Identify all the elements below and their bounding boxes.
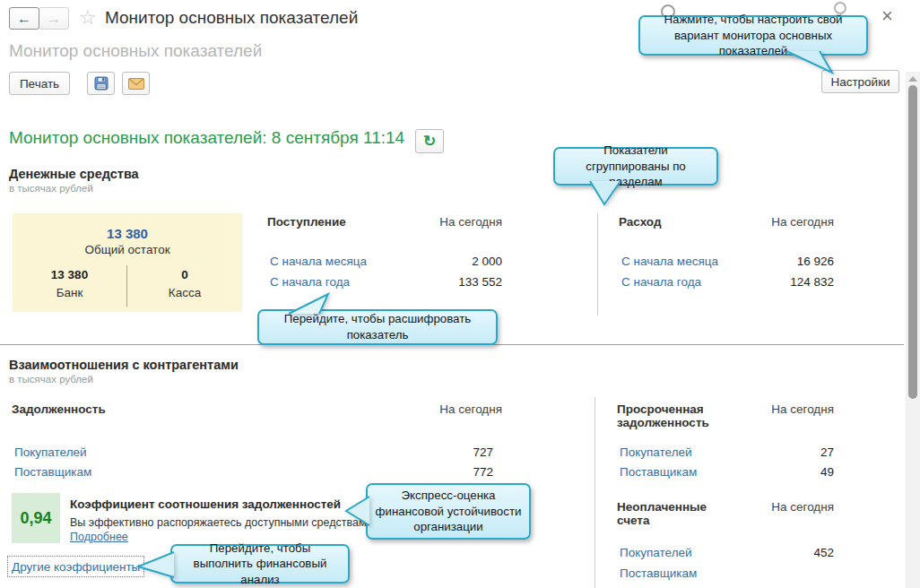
expense-column-header: На сегодня [771,215,834,229]
unpaid-title: Неоплаченные счета [617,500,742,527]
save-button[interactable] [87,72,115,95]
table-row: Поставщикам 772 [12,465,502,479]
expense-month-link[interactable]: С начала месяца [619,255,718,268]
table-row: Покупателей 452 [617,546,834,559]
other-coefficients-label: Другие коэффициенты [12,560,140,574]
table-row: С начала года 133 552 [267,275,502,289]
refresh-icon: ↻ [423,132,436,151]
ratio-value: 0,94 [20,509,51,528]
relations-section-units: в тысячах рублей [9,374,93,385]
scrollbar-thumb[interactable] [908,85,917,399]
form-subtitle: Монитор основных показателей [9,41,262,61]
bank-value: 13 380 [13,268,126,281]
grouping-tooltip-tail [581,179,626,208]
overdue-block: Просроченная задолженность На сегодня По… [617,402,834,488]
envelope-icon [128,78,144,90]
expense-month-value: 16 926 [797,255,834,268]
income-column-header: На сегодня [439,215,502,229]
ratio-description: Вы эффективно распоряжаетесь доступными … [70,516,376,529]
expense-title: Расход [619,215,661,229]
overdue-suppliers-link[interactable]: Поставщикам [617,465,697,479]
unpaid-block: Неоплаченные счета На сегодня Покупателе… [617,500,834,588]
table-row: Покупателей 27 [617,445,834,459]
debt-title: Задолженность [12,402,106,416]
table-row: С начала месяца 16 926 [619,255,834,268]
debt-buyers-link[interactable]: Покупателей [12,445,87,459]
cash-section-units: в тысячах рублей [9,183,93,194]
table-row: Поставщикам 49 [617,465,834,479]
cash-total-card: 13 380 Общий остаток 13 380 Банк 0 Касса [13,213,242,312]
relations-section-title: Взаимоотношения с контрагентами [9,358,239,372]
expense-year-value: 124 832 [790,275,834,289]
email-button[interactable] [122,72,150,95]
analysis-tooltip-tail [133,549,176,581]
table-row: Покупателей 727 [12,445,502,459]
debt-buyers-value: 727 [473,445,502,459]
debt-block: Задолженность На сегодня Покупателей 727… [12,402,502,483]
income-year-value: 133 552 [458,275,502,289]
overdue-buyers-value: 27 [820,445,834,459]
back-button[interactable]: ← [9,7,39,30]
total-balance-value[interactable]: 13 380 [13,226,242,241]
table-row: С начала года 124 832 [619,275,834,289]
total-balance-label: Общий остаток [13,243,242,256]
forward-button[interactable]: → [39,7,69,30]
monitor-title: Монитор основных показателей: 8 сентября… [9,128,404,148]
expense-block: Расход На сегодня С начала месяца 16 926… [619,215,834,300]
close-icon[interactable]: × [881,4,893,28]
expense-year-link[interactable]: С начала года [619,275,701,289]
scrollbar-up-icon[interactable] [908,76,917,82]
floppy-icon [94,76,108,91]
overdue-title: Просроченная задолженность [617,402,751,429]
unpaid-buyers-link[interactable]: Покупателей [617,546,692,559]
debt-suppliers-link[interactable]: Поставщикам [12,465,91,479]
back-icon: ← [17,11,31,27]
cash-section-title: Денежные средства [9,167,139,181]
ratio-badge: 0,94 [12,493,60,543]
relations-columns-divider [595,397,595,588]
cashbox-value: 0 [127,268,242,281]
table-row: С начала месяца 2 000 [267,255,502,268]
refresh-button[interactable]: ↻ [415,129,444,153]
other-coefficients-link[interactable]: Другие коэффициенты [7,556,144,577]
income-month-value: 2 000 [472,255,502,268]
cashbox-label: Касса [127,286,242,299]
unpaid-buyers-value: 452 [813,546,834,559]
settings-tooltip-tail [773,49,840,76]
ratio-title: Коэффициент соотношения задолженностей [70,497,341,511]
grouping-tooltip: Показатели сгруппированы по разделам [553,147,718,186]
cash-columns-divider [597,213,598,316]
overdue-suppliers-value: 49 [820,465,834,479]
favorite-star-icon[interactable]: ☆ [79,6,97,30]
overdue-column-header: На сегодня [771,402,834,416]
income-block: Поступление На сегодня С начала месяца 2… [267,215,502,300]
overdue-buyers-link[interactable]: Покупателей [617,445,692,459]
unpaid-suppliers-link[interactable]: Поставщикам [617,566,697,580]
bank-label: Банк [13,286,126,299]
express-tooltip: Экспресс-оценка финансовой устойчивости … [366,483,531,540]
window-title: Монитор основных показателей [105,8,358,28]
income-title: Поступление [267,215,346,229]
income-month-link[interactable]: С начала месяца [267,255,367,268]
ratio-more-link[interactable]: Подробнее [70,531,128,543]
app-window: ← → ☆ Монитор основных показателей × Мон… [0,0,920,588]
print-button[interactable]: Печать [9,72,70,95]
unpaid-column-header: На сегодня [771,500,834,514]
analysis-tooltip: Перейдите, чтобы выполнить финансовый ан… [170,544,350,584]
income-year-link[interactable]: С начала года [267,275,350,289]
express-tooltip-tail [343,491,371,529]
debt-column-header: На сегодня [439,402,502,416]
forward-icon: → [47,11,61,27]
debt-suppliers-value: 772 [473,465,502,479]
drilldown-tooltip-tail [280,292,337,316]
table-row: Поставщикам [617,566,834,580]
